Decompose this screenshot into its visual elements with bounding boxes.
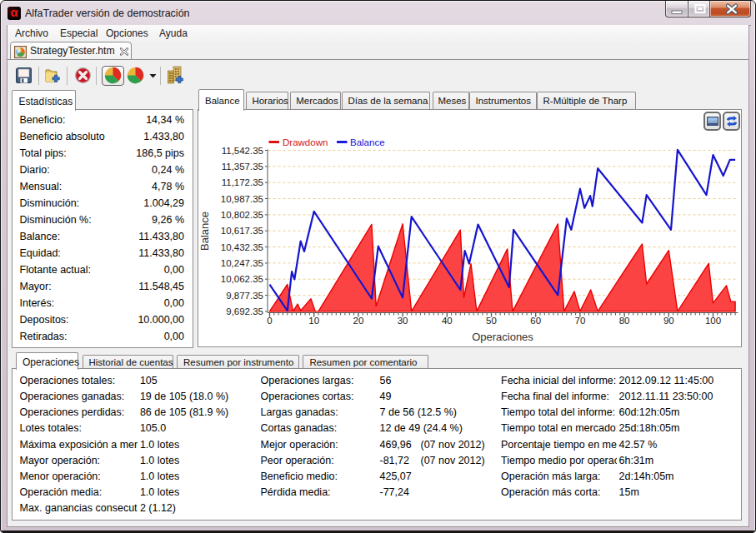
svg-text:30: 30	[398, 316, 408, 326]
svg-text:80: 80	[619, 316, 630, 326]
svg-text:50: 50	[486, 316, 497, 326]
svg-text:11,357.35: 11,357.35	[222, 162, 263, 172]
svg-text:10: 10	[308, 316, 319, 326]
svg-text:10,617.35: 10,617.35	[221, 226, 263, 236]
svg-text:11,542.35: 11,542.35	[222, 146, 263, 156]
svg-text:70: 70	[575, 316, 586, 326]
svg-text:10,802.35: 10,802.35	[221, 210, 263, 220]
svg-text:Balance: Balance	[350, 137, 385, 147]
svg-text:Operaciones: Operaciones	[472, 331, 533, 343]
svg-text:0: 0	[267, 316, 272, 326]
svg-text:60: 60	[530, 316, 541, 326]
svg-text:10,432.35: 10,432.35	[221, 242, 263, 252]
svg-text:90: 90	[663, 316, 674, 326]
svg-text:9,692.35: 9,692.35	[226, 306, 263, 316]
svg-text:10,247.35: 10,247.35	[221, 258, 263, 268]
svg-text:9,877.35: 9,877.35	[226, 291, 263, 301]
svg-text:100: 100	[705, 316, 721, 326]
svg-text:Balance: Balance	[198, 212, 211, 251]
svg-text:20: 20	[353, 316, 364, 326]
svg-text:10,062.35: 10,062.35	[221, 274, 263, 284]
svg-text:40: 40	[442, 316, 453, 326]
svg-text:10,987.35: 10,987.35	[221, 194, 263, 204]
svg-text:11,172.35: 11,172.35	[222, 177, 263, 187]
svg-text:Drawdown: Drawdown	[283, 137, 328, 147]
